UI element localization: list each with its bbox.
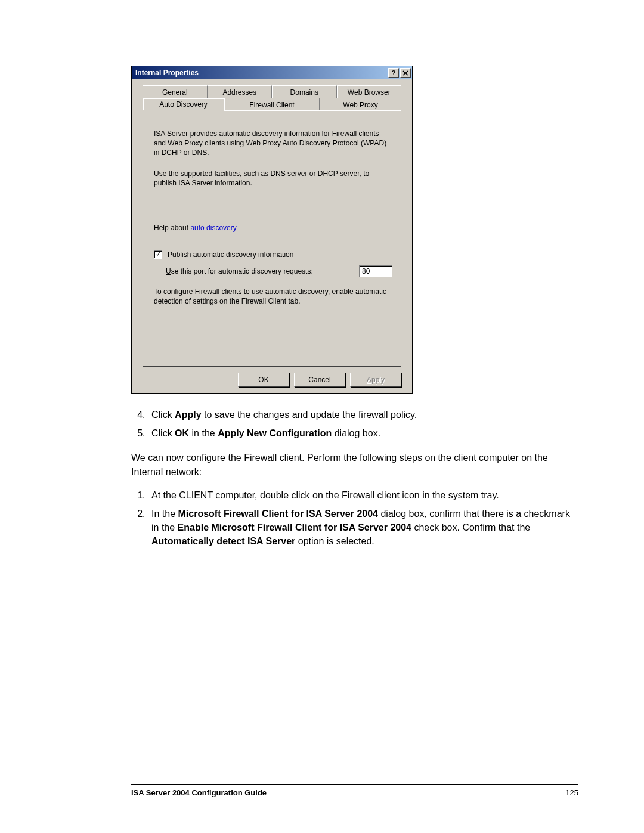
client-step-1: At the CLIENT computer, double click on … bbox=[148, 488, 578, 502]
step-4: Click Apply to save the changes and upda… bbox=[148, 408, 578, 422]
tab-control: General Addresses Domains Web Browser Au… bbox=[143, 85, 401, 367]
step-5: Click OK in the Apply New Configuration … bbox=[148, 426, 578, 440]
tab-firewall-client[interactable]: Firewall Client bbox=[224, 98, 320, 111]
tab-general[interactable]: General bbox=[143, 85, 208, 98]
footer-page-number: 125 bbox=[565, 788, 578, 797]
internal-properties-dialog: Internal Properties ? General Addresses … bbox=[131, 66, 413, 394]
dialog-button-row: OK Cancel Apply bbox=[137, 373, 407, 387]
tab-web-browser[interactable]: Web Browser bbox=[337, 85, 402, 98]
close-icon[interactable] bbox=[400, 68, 411, 78]
tab-web-proxy[interactable]: Web Proxy bbox=[320, 98, 401, 111]
document-body: Click Apply to save the changes and upda… bbox=[131, 408, 578, 549]
publish-checkbox-row[interactable]: ✓ Publish automatic discovery informatio… bbox=[154, 250, 390, 259]
help-icon[interactable]: ? bbox=[388, 68, 399, 78]
intro-paragraph: We can now configure the Firewall client… bbox=[131, 451, 578, 478]
publish-checkbox-label: Publish automatic discovery information bbox=[166, 250, 295, 259]
tab-panel-auto-discovery: ISA Server provides automatic discovery … bbox=[143, 110, 401, 367]
description-text-3: To configure Firewall clients to use aut… bbox=[154, 287, 390, 306]
dialog-title: Internal Properties bbox=[135, 69, 387, 77]
tab-auto-discovery[interactable]: Auto Discovery bbox=[143, 98, 224, 111]
ok-button[interactable]: OK bbox=[238, 373, 289, 387]
description-text-1: ISA Server provides automatic discovery … bbox=[154, 129, 390, 158]
page-footer: ISA Server 2004 Configuration Guide 125 bbox=[131, 784, 578, 797]
client-step-2: In the Microsoft Firewall Client for ISA… bbox=[148, 507, 578, 549]
apply-button[interactable]: Apply bbox=[350, 373, 401, 387]
titlebar[interactable]: Internal Properties ? bbox=[132, 66, 412, 79]
tab-domains[interactable]: Domains bbox=[272, 85, 337, 98]
description-text-2: Use the supported facilities, such as DN… bbox=[154, 169, 390, 188]
checkbox-icon[interactable]: ✓ bbox=[154, 250, 162, 259]
help-prefix: Help about bbox=[154, 224, 190, 232]
cancel-button[interactable]: Cancel bbox=[294, 373, 345, 387]
port-label: Use this port for automatic discovery re… bbox=[166, 267, 313, 275]
port-input[interactable] bbox=[359, 265, 392, 277]
steps-list-1-2: At the CLIENT computer, double click on … bbox=[131, 488, 578, 549]
tab-addresses[interactable]: Addresses bbox=[208, 85, 273, 98]
auto-discovery-link[interactable]: auto discovery bbox=[190, 224, 236, 232]
help-line: Help about auto discovery bbox=[154, 224, 390, 232]
footer-title: ISA Server 2004 Configuration Guide bbox=[131, 788, 267, 797]
steps-list-4-5: Click Apply to save the changes and upda… bbox=[131, 408, 578, 440]
